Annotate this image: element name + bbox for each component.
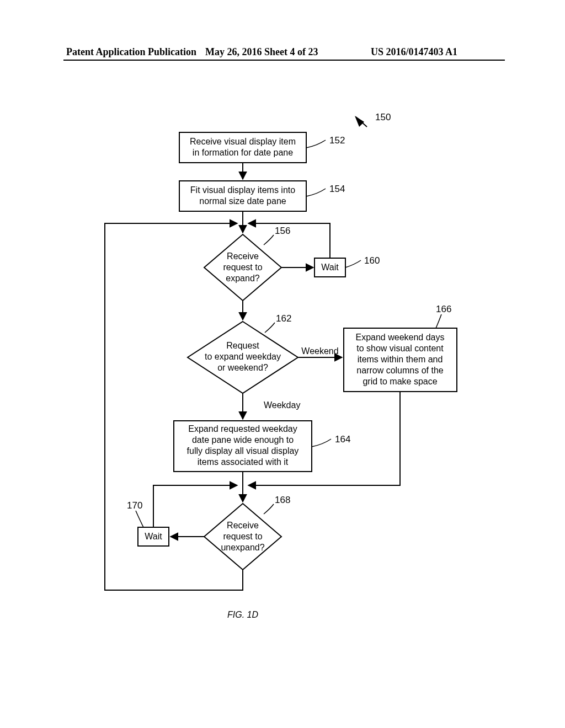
box-164-l1: Expand requested weekday — [188, 424, 297, 433]
box-166-l4: narrow columns of the — [356, 366, 444, 375]
d156-l1: Receive — [227, 251, 259, 261]
label-weekday: Weekday — [264, 400, 300, 410]
diamond-168: Receive request to unexpand? 168 — [204, 495, 290, 570]
box-154-line1: Fit visual display items into — [190, 185, 295, 195]
d168-l1: Receive — [227, 521, 259, 530]
ref-160: 160 — [364, 255, 380, 266]
box-166-l3: items within them and — [358, 355, 443, 364]
ref-164: 164 — [335, 434, 350, 445]
box-164-l3: fully display all visual display — [187, 446, 299, 456]
box-154: Fit visual display items into normal siz… — [179, 181, 345, 211]
d162-l3: or weekend? — [217, 363, 268, 372]
box-166-l2: to show visual content — [356, 344, 444, 353]
box-154-line2: normal size date pane — [199, 196, 286, 206]
svg-marker-1 — [355, 116, 364, 127]
ref-162: 162 — [276, 313, 291, 324]
label-weekend: Weekend — [301, 346, 338, 356]
box-152-line1: Receive visual display item — [190, 137, 296, 146]
ref-150: 150 — [355, 112, 391, 127]
header-center: May 26, 2016 Sheet 4 of 23 — [205, 46, 318, 58]
flowchart: 150 Receive visual display item in forma… — [88, 110, 486, 640]
box-160-text: Wait — [321, 263, 339, 272]
ref-154: 154 — [329, 184, 345, 194]
box-160: Wait 160 — [315, 255, 380, 277]
box-152: Receive visual display item in formation… — [179, 132, 345, 163]
box-164-l2: date pane wide enough to — [192, 435, 294, 445]
box-164: Expand requested weekday date pane wide … — [174, 421, 350, 472]
box-166: Expand weekend days to show visual conte… — [344, 304, 457, 392]
ref-152: 152 — [329, 135, 345, 146]
d168-l2: request to — [223, 532, 262, 541]
box-170-text: Wait — [145, 532, 162, 541]
d162-l2: to expand weekday — [205, 352, 281, 361]
header-right: US 2016/0147403 A1 — [371, 46, 457, 58]
box-166-l1: Expand weekend days — [356, 333, 445, 342]
box-166-l5: grid to make space — [363, 377, 437, 386]
arrow-loop-back-top — [105, 223, 243, 590]
ref-150-text: 150 — [375, 112, 391, 122]
figure-caption: FIG. 1D — [227, 610, 258, 619]
header-rule — [63, 60, 505, 61]
ref-168: 168 — [275, 495, 290, 505]
diamond-156: Receive request to expand? 156 — [204, 226, 290, 301]
d168-l3: unexpand? — [221, 543, 264, 552]
box-170: Wait 170 — [127, 500, 169, 546]
ref-166: 166 — [436, 304, 451, 314]
d156-l2: request to — [223, 263, 262, 272]
diamond-162: Request to expand weekday or weekend? 16… — [188, 313, 298, 393]
patent-page: Patent Application Publication May 26, 2… — [0, 0, 565, 728]
ref-156: 156 — [275, 226, 290, 236]
box-164-l4: items associated with it — [198, 457, 289, 467]
arrow-170-loop — [153, 485, 237, 527]
header-left: Patent Application Publication — [66, 46, 196, 58]
d162-l1: Request — [226, 341, 259, 350]
ref-170: 170 — [127, 500, 142, 511]
box-152-line2: in formation for date pane — [193, 148, 293, 157]
d156-l3: expand? — [226, 274, 259, 283]
